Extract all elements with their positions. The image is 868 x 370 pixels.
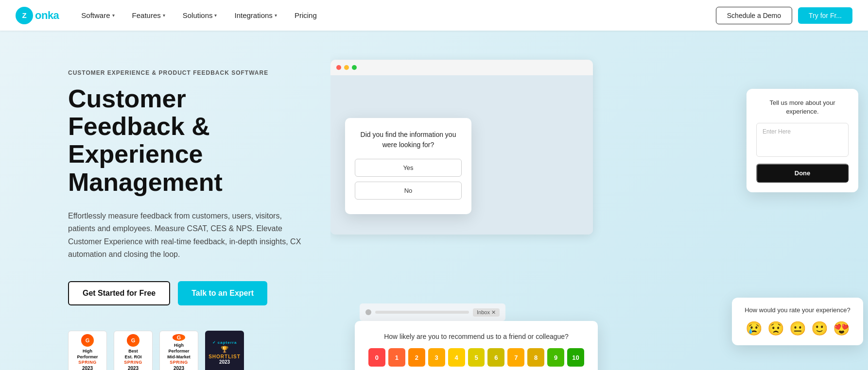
nps-2[interactable]: 2 [408,348,425,367]
badge-g2-high-performer: G HighPerformer SPRING 2023 [68,331,107,370]
inbox-bar: Inbox ✕ [360,303,505,321]
logo-icon: Z [16,7,33,24]
emoji-sad[interactable]: 😟 [767,320,784,336]
nps-4[interactable]: 4 [448,348,465,367]
inbox-line [375,311,469,314]
nps-3[interactable]: 3 [428,348,445,367]
nps-6[interactable]: 6 [487,348,504,367]
hero-eyebrow: CUSTOMER EXPERIENCE & PRODUCT FEEDBACK S… [68,69,301,76]
yesno-survey-card: Did you find the information you were lo… [345,118,471,214]
emoji-row: 😢 😟 😐 🙂 😍 [742,320,853,336]
hero-section: CUSTOMER EXPERIENCE & PRODUCT FEEDBACK S… [0,31,868,370]
nps-0[interactable]: 0 [368,348,385,367]
yesno-no-button[interactable]: No [355,182,462,200]
nps-5[interactable]: 5 [468,348,485,367]
done-button[interactable]: Done [756,164,849,183]
nps-8[interactable]: 8 [527,348,544,367]
yesno-yes-button[interactable]: Yes [355,159,462,177]
inbox-tag[interactable]: Inbox ✕ [473,308,500,317]
nav-actions: Schedule a Demo Try for Fr... [716,7,852,24]
chevron-down-icon: ▾ [275,13,277,18]
emoji-happy[interactable]: 🙂 [811,320,828,336]
emoji-very-sad[interactable]: 😢 [746,320,763,336]
emoji-rating-card: How would you rate your experience? 😢 😟 … [732,298,863,345]
text-feedback-card: Tell us more about your experience. Ente… [746,89,858,192]
nav-solutions[interactable]: Solutions ▾ [176,7,224,23]
nav-links: Software ▾ Features ▾ Solutions ▾ Integr… [74,7,715,23]
try-free-button[interactable]: Try for Fr... [798,7,852,24]
badge-capterra: ✓ capterra 🏆 SHORTLIST 2023 [205,331,244,370]
talk-to-expert-button[interactable]: Talk to an Expert [178,281,267,305]
chevron-down-icon: ▾ [112,13,115,18]
chevron-down-icon: ▾ [214,13,217,18]
nav-pricing[interactable]: Pricing [288,7,324,23]
text-feedback-input[interactable]: Enter Here [756,123,849,157]
browser-bar [330,60,593,75]
navbar: Z onka Software ▾ Features ▾ Solutions ▾… [0,0,868,31]
g2-icon: G [173,334,185,341]
g2-icon: G [81,334,94,347]
schedule-demo-button[interactable]: Schedule a Demo [716,7,792,24]
nav-software[interactable]: Software ▾ [74,7,121,23]
inbox-dot [365,309,371,315]
hero-title: Customer Feedback & Experience Managemen… [68,85,301,196]
badge-g2-mid-market: G HighPerformerMid-Market SPRING 2023 [159,331,198,370]
emoji-question: How would you rate your experience? [742,306,853,314]
browser-dot-green [352,65,357,70]
nps-10[interactable]: 10 [567,348,584,367]
browser-dot-yellow [344,65,349,70]
yesno-question: Did you find the information you were lo… [355,130,462,150]
g2-icon: G [127,334,139,347]
nps-1[interactable]: 1 [388,348,405,367]
nps-numbers: 0 1 2 3 4 5 6 7 8 9 10 [368,348,584,367]
get-started-button[interactable]: Get Started for Free [68,281,170,305]
hero-buttons: Get Started for Free Talk to an Expert [68,281,301,305]
emoji-very-happy[interactable]: 😍 [833,320,850,336]
text-feedback-title: Tell us more about your experience. [756,99,849,116]
nps-7[interactable]: 7 [507,348,524,367]
nav-features[interactable]: Features ▾ [125,7,172,23]
hero-description: Effortlessly measure feedback from custo… [68,210,301,261]
award-badges: G HighPerformer SPRING 2023 G BestEst. R… [68,331,301,370]
emoji-neutral[interactable]: 😐 [789,320,806,336]
hero-left: CUSTOMER EXPERIENCE & PRODUCT FEEDBACK S… [0,31,330,370]
hero-right: Did you find the information you were lo… [330,31,868,370]
nps-question: How likely are you to recommend us to a … [368,333,584,340]
nav-integrations[interactable]: Integrations ▾ [227,7,283,23]
nps-card: How likely are you to recommend us to a … [355,321,598,370]
badge-g2-best-roi: G BestEst. ROI SPRING 2023 [114,331,153,370]
chevron-down-icon: ▾ [163,13,165,18]
nps-9[interactable]: 9 [547,348,564,367]
logo[interactable]: Z onka [16,7,59,24]
browser-dot-red [336,65,341,70]
logo-text: onka [35,9,59,22]
